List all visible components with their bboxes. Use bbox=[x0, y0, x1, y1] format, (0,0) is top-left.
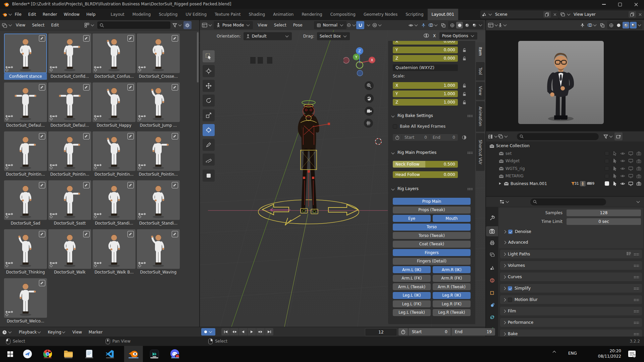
checkbox-unchecked-icon[interactable] bbox=[508, 298, 512, 302]
tab-constraints[interactable] bbox=[486, 312, 498, 322]
shading-solid-button[interactable] bbox=[615, 22, 622, 28]
lock-icon[interactable] bbox=[463, 92, 466, 96]
rotation-mode-dropdown[interactable]: Quaternion (WXYZ) bbox=[393, 64, 458, 71]
drag-dropdown[interactable]: Select Box bbox=[317, 32, 350, 40]
timeline-menu-marker[interactable]: Marker bbox=[85, 327, 106, 337]
outliner-row-business-man-001[interactable]: Business Man.0013199 bbox=[486, 180, 644, 187]
pose-edit-icon[interactable] bbox=[83, 133, 90, 139]
pose-edit-icon[interactable] bbox=[39, 84, 45, 90]
menu-window[interactable]: Window bbox=[60, 9, 83, 20]
pose-edit-icon[interactable] bbox=[39, 231, 45, 237]
jump-to-start-button[interactable] bbox=[221, 328, 230, 336]
asset-search-input[interactable] bbox=[97, 21, 170, 29]
tool-cursor[interactable] bbox=[203, 65, 215, 77]
pose-edit-icon[interactable] bbox=[127, 133, 134, 139]
taskbar-app-chrome[interactable] bbox=[42, 349, 53, 359]
pose-edit-icon[interactable] bbox=[39, 133, 45, 139]
asset-menu-select[interactable]: Select bbox=[29, 20, 48, 30]
disable-viewports-icon[interactable] bbox=[628, 181, 633, 186]
editor-type-button[interactable] bbox=[2, 21, 12, 29]
taskbar-app-messenger[interactable] bbox=[22, 349, 33, 359]
view-layer-selector[interactable]: View Layer bbox=[559, 10, 644, 18]
pose-asset[interactable]: DoctorSuit_Confus... bbox=[93, 34, 136, 80]
lock-icon[interactable] bbox=[463, 100, 466, 105]
pose-asset[interactable]: DoctorSuit_Pointin... bbox=[4, 131, 47, 178]
pose-asset[interactable]: DoctorSuit_Defaul... bbox=[4, 82, 47, 129]
shading-material-button[interactable] bbox=[464, 22, 470, 28]
rig-layer-torso-tweak[interactable]: Torso (Tweak) bbox=[393, 232, 471, 239]
rig-layer-leg-r-fk[interactable]: Leg.R (FK) bbox=[433, 300, 471, 307]
menu-edit[interactable]: Edit bbox=[25, 9, 39, 20]
pose-asset[interactable]: DoctorSuit_Crosse... bbox=[137, 34, 180, 80]
tool-transform[interactable] bbox=[203, 124, 215, 136]
outliner-row-wgts-rig[interactable]: WGTS_rig bbox=[486, 165, 644, 172]
pose-edit-icon[interactable] bbox=[83, 84, 90, 90]
transform-orientation-selector[interactable]: Normal bbox=[314, 21, 346, 29]
use-preview-range-button[interactable] bbox=[398, 328, 408, 336]
sidebar-tab-shortcut-vur[interactable]: Shortcut VUr bbox=[476, 133, 485, 171]
app-menu-button[interactable] bbox=[2, 10, 12, 18]
rig-layer-leg-l-fk[interactable]: Leg.L (FK) bbox=[393, 300, 431, 307]
pose-edit-icon[interactable] bbox=[83, 35, 90, 42]
pose-asset[interactable]: Confident stance bbox=[4, 34, 47, 80]
rotation-y-field[interactable]: Y0.000 bbox=[393, 47, 458, 53]
tab-tool[interactable] bbox=[486, 213, 498, 223]
rig-layer-arm-r-fk[interactable]: Arm.R (FK) bbox=[433, 275, 471, 282]
hide-viewport-icon[interactable] bbox=[620, 174, 625, 179]
pose-asset[interactable]: DoctorSuit_Confid... bbox=[48, 34, 91, 80]
proportional-editing-button[interactable] bbox=[372, 21, 382, 29]
asset-menu-view[interactable]: View bbox=[12, 20, 29, 30]
play-button[interactable] bbox=[248, 328, 256, 336]
lock-icon[interactable] bbox=[463, 56, 466, 61]
shading-wireframe-button[interactable] bbox=[449, 22, 455, 28]
bake-start-field[interactable]: Start0 bbox=[401, 135, 430, 140]
tool-annotate[interactable] bbox=[203, 139, 215, 151]
pose-edit-icon[interactable] bbox=[172, 35, 178, 42]
maximize-button[interactable] bbox=[612, 0, 628, 9]
rig-bake-settings-header[interactable]: Rig Bake Settings bbox=[391, 112, 473, 119]
properties-search-input[interactable] bbox=[530, 198, 606, 205]
hide-viewport-icon[interactable] bbox=[620, 159, 625, 164]
hide-viewport-icon[interactable] bbox=[620, 166, 625, 171]
checkbox-checked-icon[interactable] bbox=[508, 286, 512, 291]
outliner-row-widget[interactable]: Widget bbox=[486, 157, 644, 165]
selectable-checkbox[interactable] bbox=[605, 181, 609, 186]
clock[interactable]: 20:20 08/11/2022 bbox=[584, 348, 621, 359]
current-frame-field[interactable]: 12 bbox=[365, 328, 397, 336]
panel-simplify[interactable]: Simplify bbox=[500, 284, 642, 293]
pose-asset[interactable]: DoctorSuit_Walk bbox=[48, 229, 91, 276]
scale-y-field[interactable]: Y1.000 bbox=[393, 90, 458, 97]
snap-toggle[interactable] bbox=[356, 21, 364, 29]
new-view-layer-button[interactable] bbox=[629, 11, 636, 18]
orientation-dropdown[interactable]: Default bbox=[244, 32, 292, 40]
disable-render-icon[interactable] bbox=[636, 181, 641, 186]
workspace-tab-modeling[interactable]: Modeling bbox=[128, 9, 155, 20]
sidebar-tab-view[interactable]: View bbox=[476, 82, 485, 100]
workspace-tab-shading[interactable]: Shading bbox=[245, 9, 269, 20]
viewport-menu-pose[interactable]: Pose bbox=[290, 20, 306, 30]
rig-layer-leg-r-ik[interactable]: Leg.R (IK) bbox=[433, 292, 471, 299]
pose-edit-icon[interactable] bbox=[83, 182, 90, 188]
end-frame-field[interactable]: End19 bbox=[451, 328, 495, 336]
menu-file[interactable]: File bbox=[11, 9, 25, 20]
outliner-row-scene-collection[interactable]: Scene Collection bbox=[486, 142, 644, 149]
rig-layer-leg-r-tweak[interactable]: Leg.R (Tweak) bbox=[433, 309, 471, 316]
panel-advanced[interactable]: Advanced bbox=[503, 238, 530, 246]
taskbar-app-dev[interactable] bbox=[149, 349, 160, 359]
xray-toggle[interactable] bbox=[439, 21, 447, 29]
rig-layer-prop-main[interactable]: Prop Main bbox=[393, 198, 471, 205]
rig-layer-coat-tweak[interactable]: Coat (Tweak) bbox=[393, 241, 471, 248]
rig-layers-header[interactable]: Rig Layers bbox=[391, 185, 473, 192]
workspace-tab-texture-paint[interactable]: Texture Paint bbox=[211, 9, 245, 20]
selectable-icon[interactable] bbox=[612, 181, 617, 186]
object-visibility-button[interactable] bbox=[409, 21, 418, 29]
pose-edit-icon[interactable] bbox=[172, 133, 178, 139]
pose-asset[interactable]: DoctorSuit_Pointin... bbox=[137, 131, 180, 178]
outliner-search-input[interactable] bbox=[517, 133, 599, 140]
pose-asset[interactable]: DoctorSuit_Sad bbox=[4, 180, 47, 227]
pose-asset[interactable]: DoctorSuit_Pointin... bbox=[48, 131, 91, 178]
rig-layer-eye[interactable]: Eye bbox=[393, 215, 431, 222]
disable-viewports-icon[interactable] bbox=[628, 166, 633, 171]
zoom-button[interactable] bbox=[365, 81, 374, 90]
show-overlays-toggle[interactable] bbox=[587, 21, 597, 29]
